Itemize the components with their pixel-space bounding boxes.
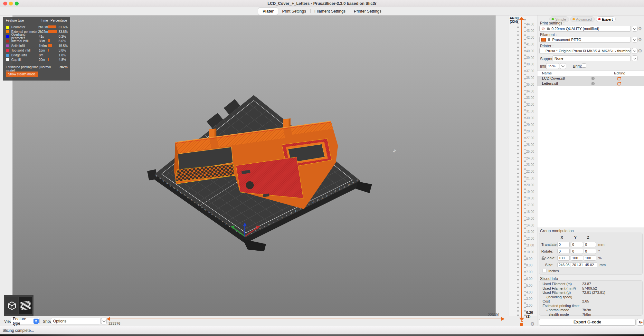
gcode-range-slider-max-handle[interactable] [501,317,505,321]
sliced-info-row: (including spool) [539,295,642,300]
show-select-chevron[interactable] [101,318,107,324]
infill-chevron[interactable] [560,63,566,69]
object-row[interactable]: LCD Cover.stl [537,76,644,81]
layer-slider-track[interactable] [521,20,522,318]
gcode-range-slider-min-handle[interactable] [107,317,110,321]
tab-filament-settings[interactable]: Filament Settings [310,8,350,15]
layer-tick-label: 22.00 [526,170,537,173]
manip-input[interactable]: 100 [584,255,596,261]
feature-color-chip [6,54,9,57]
layer-slider-upper-handle[interactable] [519,17,524,20]
layer-tick-label: 2.00 [526,304,537,307]
layer-tick-label: 12.00 [526,237,537,240]
layer-tick-label: 19.00 [526,190,537,194]
manip-input[interactable]: 100 [571,255,583,261]
printer-chevron[interactable] [632,48,638,54]
inches-checkbox[interactable] [543,269,546,273]
sliced-info-row: - stealth mode7h8m [539,312,642,317]
print-settings-select[interactable]: ⚙ 0.20mm QUALITY (modified) [539,26,631,32]
brim-checkbox[interactable] [582,63,586,68]
filament-select[interactable]: Prusament PETG [539,37,631,43]
brim-label: Brim: [573,64,582,69]
print-settings-value: 0.20mm QUALITY (modified) [552,27,599,31]
print-settings-chevron[interactable] [632,26,638,32]
lock-icon [547,27,550,31]
legend-row: Perimeter2h13m31.6% [6,25,68,30]
layer-tick-label: 36.00 [526,76,537,80]
window-bottom-edge [0,334,644,336]
filament-gear-icon[interactable]: ⚙ [638,37,642,42]
layer-tick-label: 9.00 [526,257,537,261]
object-list: Name Editing LCD Cover.stlLetters.stl [537,70,644,227]
percentage-bar [48,53,48,56]
mode-expert[interactable]: Expert [596,16,616,22]
manip-input[interactable]: 246.08 [557,262,571,267]
tab-print-settings[interactable]: Print Settings [278,8,310,15]
show-stealth-mode-button[interactable]: Show stealth mode [6,72,38,77]
3d-viewport[interactable]: 1122334455667788991010111112121313141415… [0,15,508,316]
manip-input[interactable]: 45.02 [584,262,597,267]
export-gcode-button[interactable]: Export G-code [539,319,636,326]
slider-settings-gear-icon[interactable]: ⚙ [530,322,535,326]
manip-input[interactable]: 0 [557,249,570,254]
sliced-info-row: Used Filament (mm³)57409.52 [539,286,642,291]
layer-tick-label: 31.00 [526,110,537,113]
view-select[interactable]: Feature type [11,318,40,324]
supports-chevron[interactable] [632,55,638,61]
printer-select[interactable]: Prusa * Original Prusa i3 MK3S & MK3S+ -… [539,48,631,54]
export-gcode-icon[interactable]: G [637,319,644,326]
tab-printer-settings[interactable]: Printer Settings [350,8,385,15]
mode-advanced[interactable]: Advanced [570,16,595,22]
eye-icon[interactable] [591,77,595,80]
sliced-info-row: Used Filament (g)72.91 (273.91) [539,291,642,295]
layer-ruler-ticks-right [524,19,526,318]
layer-tick-label: 10.00 [526,250,537,254]
estimated-time-row: Estimated printing time [Normal mode]: 7… [6,65,68,70]
manip-input[interactable]: 0 [571,249,583,254]
tab-plater[interactable]: Plater [258,8,278,15]
preview-view-button[interactable] [19,297,32,314]
infill-select[interactable]: 15% [546,63,559,69]
supports-select[interactable]: None [553,55,631,61]
eye-icon[interactable] [591,82,595,85]
printer-gear-icon[interactable]: ⚙ [638,48,642,53]
edit-object-icon[interactable] [617,77,621,81]
manip-input[interactable]: 201.31 [571,262,584,267]
status-bar: Slicing complete... [0,326,644,334]
unlock-icon[interactable] [519,321,524,326]
editor-view-button[interactable] [5,297,18,314]
layer-tick-label: 14.00 [526,224,537,227]
percentage-bar [48,49,49,52]
percentage-bar [48,35,48,38]
manip-input[interactable]: 0 [584,249,596,254]
feature-color-chip [6,58,9,61]
layer-tick-label: 44.00 [526,23,537,26]
manip-input[interactable]: 0 [571,242,583,247]
layer-tick-label: 27.00 [526,136,537,140]
print-settings-label: Print settings : [540,21,564,25]
edit-object-icon[interactable] [617,82,621,86]
layer-tick-label: 4.00 [526,291,537,294]
gcode-range-slider-track[interactable] [110,319,502,319]
object-row[interactable]: Letters.stl [537,81,644,86]
manip-row-rotate: Rotate:000° [539,249,642,254]
layer-tick-label: 5.00 [526,284,537,287]
uniform-scale-lock-icon[interactable] [541,256,545,261]
filament-chevron[interactable] [632,37,638,43]
layer-tick-label: 39.00 [526,56,537,60]
feature-color-chip [6,35,9,38]
filament-color-swatch [541,38,546,42]
manip-input[interactable]: 0 [557,242,570,247]
view-mode-buttons [4,295,33,316]
layer-tick-label: 17.00 [526,203,537,207]
sliced-info-row: Estimated printing time: [539,304,642,308]
print-settings-gear-icon[interactable]: ⚙ [638,26,642,31]
manip-input[interactable]: 0 [584,242,596,247]
manip-input[interactable]: 100 [557,255,570,261]
show-select[interactable]: Options [51,318,100,324]
print-legend: Feature type Time Percentage Perimeter2h… [3,17,70,81]
inches-label: Inches [548,269,559,273]
layer-slider-lower-handle[interactable] [519,318,524,321]
layer-tick-label: 23.00 [526,163,537,167]
legend-row: Solid infill1h6m15.5% [6,43,68,48]
